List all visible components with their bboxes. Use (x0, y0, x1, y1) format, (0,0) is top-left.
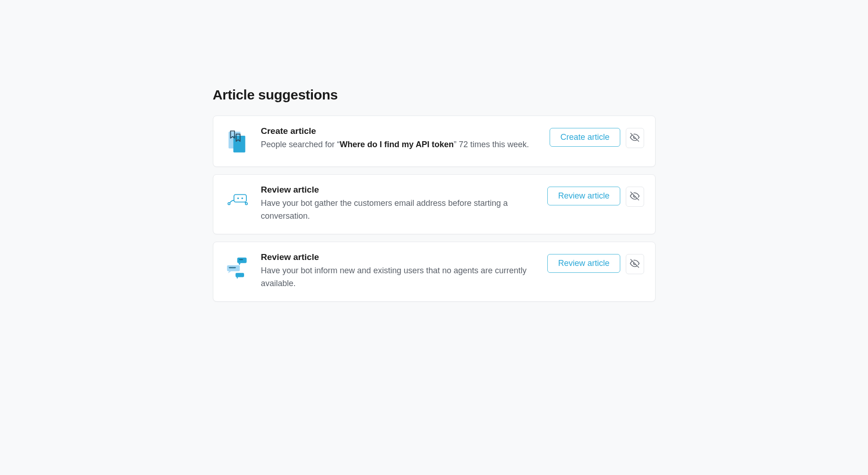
card-actions: Review article (547, 254, 644, 274)
chat-bubbles-icon (224, 254, 252, 282)
hide-icon (630, 191, 640, 202)
card-body: Create article People searched for “Wher… (261, 126, 550, 151)
hide-icon (630, 259, 640, 270)
review-article-button[interactable]: Review article (547, 187, 620, 205)
bookmark-icon (224, 128, 252, 155)
section-title: Article suggestions (213, 87, 656, 103)
review-article-button[interactable]: Review article (547, 254, 620, 273)
card-title: Create article (261, 126, 543, 136)
create-article-button[interactable]: Create article (550, 128, 620, 147)
svg-rect-1 (233, 136, 245, 152)
hide-icon (630, 133, 640, 144)
card-description: People searched for “Where do I find my … (261, 138, 543, 151)
suggestion-card: Review article Have your bot gather the … (213, 174, 656, 234)
card-description: Have your bot inform new and existing us… (261, 265, 540, 290)
hide-suggestion-button[interactable] (626, 187, 644, 207)
card-body: Review article Have your bot gather the … (261, 185, 548, 223)
svg-point-4 (237, 198, 239, 199)
svg-rect-10 (237, 257, 246, 263)
article-suggestions-container: Article suggestions Create article Peopl… (213, 0, 656, 302)
card-title: Review article (261, 185, 540, 195)
bot-icon (224, 187, 252, 214)
card-actions: Create article (550, 128, 644, 148)
hide-suggestion-button[interactable] (626, 128, 644, 148)
svg-point-6 (228, 203, 230, 205)
suggestion-card: Review article Have your bot inform new … (213, 242, 656, 302)
svg-rect-12 (235, 273, 244, 277)
card-actions: Review article (547, 187, 644, 207)
card-title: Review article (261, 252, 540, 262)
hide-suggestion-button[interactable] (626, 254, 644, 274)
card-description: Have your bot gather the customers email… (261, 197, 540, 223)
svg-rect-3 (234, 194, 246, 202)
card-body: Review article Have your bot inform new … (261, 252, 548, 290)
suggestion-card: Create article People searched for “Wher… (213, 116, 656, 167)
svg-point-5 (241, 198, 243, 199)
